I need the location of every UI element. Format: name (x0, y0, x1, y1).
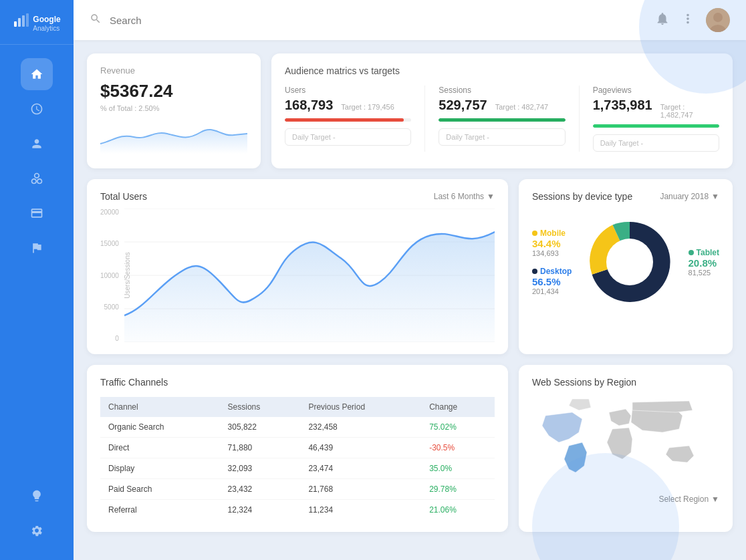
svg-rect-1 (18, 18, 21, 27)
legend-tablet: Tablet 20.8% 81,525 (689, 248, 719, 277)
web-sessions-card: Web Sessions by Region (519, 365, 733, 532)
cell-change: 29.78% (421, 479, 495, 500)
sessions-values: 529,757 Target : 482,747 (439, 98, 565, 113)
pageviews-label: Pageviews (593, 86, 719, 95)
cell-change: 75.02% (421, 417, 495, 438)
notifications-icon[interactable] (655, 11, 670, 29)
pie-left-legends: Mobile 34.4% 134,693 Desktop 56.5% 201,4… (532, 229, 572, 295)
svg-rect-3 (26, 13, 29, 27)
cell-sessions: 12,324 (220, 500, 301, 521)
sessions-device-card: Sessions by device type January 2018 ▼ M… (519, 179, 733, 354)
traffic-table-body: Organic Search 305,822 232,458 75.02% Di… (100, 417, 495, 520)
chevron-down-icon: ▼ (711, 495, 719, 504)
total-users-card: Total Users Last 6 Months ▼ 20000 15000 … (87, 179, 508, 354)
map-svg (532, 396, 719, 489)
users-target: Target : 179,456 (341, 103, 394, 111)
y-axis: 20000 15000 10000 5000 0 (100, 208, 124, 342)
col-change: Change (421, 397, 495, 417)
logo-text: Google Analytics (33, 13, 60, 32)
cell-change: -30.5% (421, 438, 495, 458)
search-input[interactable] (110, 15, 647, 26)
more-icon[interactable] (680, 11, 695, 29)
total-users-title: Total Users (100, 191, 147, 202)
sidebar-item-users[interactable] (21, 128, 53, 160)
pageviews-daily-target: Daily Target - (593, 134, 719, 152)
sessions-device-filter[interactable]: January 2018 ▼ (660, 192, 719, 201)
sessions-target: Target : 482,747 (495, 103, 549, 111)
revenue-card: Revenue $5367.24 % of Total : 2.50% (87, 53, 261, 168)
world-map (532, 396, 719, 489)
traffic-title: Traffic Channels (100, 377, 495, 388)
col-prev: Previous Period (300, 397, 421, 417)
metric-sessions: Sessions 529,757 Target : 482,747 Daily … (424, 86, 578, 152)
header (74, 0, 746, 40)
users-progress-wrap (285, 118, 411, 122)
svg-rect-0 (14, 21, 17, 27)
cell-prev: 11,234 (300, 500, 421, 521)
cell-channel: Direct (100, 438, 220, 458)
col-sessions: Sessions (220, 397, 301, 417)
cell-change: 35.0% (421, 458, 495, 479)
traffic-table-head: Channel Sessions Previous Period Change (100, 397, 495, 417)
total-users-header: Total Users Last 6 Months ▼ (100, 191, 495, 202)
users-progress (285, 118, 404, 122)
sessions-label: Sessions (439, 86, 565, 95)
audience-card: Audience matrics vs targets Users 168,79… (271, 53, 733, 168)
pie-chart (583, 215, 676, 309)
pageviews-values: 1,735,981 Target : 1,482,747 (593, 98, 719, 119)
sessions-device-title: Sessions by device type (532, 191, 632, 202)
cell-prev: 232,458 (300, 417, 421, 438)
svg-point-12 (606, 239, 653, 285)
cell-sessions: 23,432 (220, 479, 301, 500)
sidebar-item-goals[interactable] (21, 232, 53, 264)
total-users-filter[interactable]: Last 6 Months ▼ (434, 192, 495, 201)
select-region-filter[interactable]: Select Region ▼ (532, 495, 719, 504)
cell-sessions: 71,880 (220, 438, 301, 458)
pageviews-progress (593, 124, 719, 128)
sessions-progress (439, 118, 565, 122)
metric-users: Users 168,793 Target : 179,456 Daily Tar… (285, 86, 424, 152)
sidebar-item-ideas[interactable] (21, 480, 53, 512)
cell-channel: Organic Search (100, 417, 220, 438)
main-content: Revenue $5367.24 % of Total : 2.50% (74, 0, 746, 560)
cell-channel: Referral (100, 500, 220, 521)
sessions-value: 529,757 (439, 98, 487, 113)
traffic-card: Traffic Channels Channel Sessions Previo… (87, 365, 508, 532)
sidebar-item-home[interactable] (21, 58, 53, 90)
sessions-device-header: Sessions by device type January 2018 ▼ (532, 191, 719, 202)
svg-rect-2 (22, 15, 25, 27)
sidebar-bottom (21, 480, 53, 560)
sidebar-logo: Google Analytics (0, 0, 74, 45)
total-users-chart-container: 20000 15000 10000 5000 0 Users/Sessions (100, 208, 495, 342)
sidebar-item-cards[interactable] (21, 197, 53, 229)
svg-point-5 (713, 13, 723, 22)
row1: Revenue $5367.24 % of Total : 2.50% (87, 53, 733, 168)
cell-sessions: 32,093 (220, 458, 301, 479)
users-label: Users (285, 86, 411, 95)
avatar[interactable] (706, 8, 730, 32)
dashboard: Revenue $5367.24 % of Total : 2.50% (74, 40, 746, 560)
legend-desktop: Desktop 56.5% 201,434 (532, 267, 572, 295)
web-sessions-title: Web Sessions by Region (532, 377, 719, 388)
audience-title: Audience matrics vs targets (285, 65, 719, 76)
pageviews-value: 1,735,981 (593, 98, 652, 113)
revenue-title: Revenue (100, 65, 247, 76)
search-icon (90, 13, 102, 28)
sidebar: Google Analytics (0, 0, 74, 560)
metric-pageviews: Pageviews 1,735,981 Target : 1,482,747 D… (579, 86, 719, 152)
cell-sessions: 305,822 (220, 417, 301, 438)
cell-channel: Paid Search (100, 479, 220, 500)
users-daily-target: Daily Target - (285, 128, 411, 146)
sidebar-item-reports[interactable] (21, 93, 53, 125)
metrics-row: Users 168,793 Target : 179,456 Daily Tar… (285, 86, 719, 152)
y-axis-label: Users/Sessions (124, 252, 131, 298)
users-value: 168,793 (285, 98, 333, 113)
cell-prev: 46,439 (300, 438, 421, 458)
sidebar-item-network[interactable] (21, 162, 53, 194)
area-chart (124, 208, 495, 342)
sidebar-nav (0, 51, 74, 480)
users-values: 168,793 Target : 179,456 (285, 98, 411, 113)
logo-icon (13, 12, 29, 32)
pageviews-target: Target : 1,482,747 (660, 103, 719, 119)
sidebar-item-settings[interactable] (21, 515, 53, 547)
